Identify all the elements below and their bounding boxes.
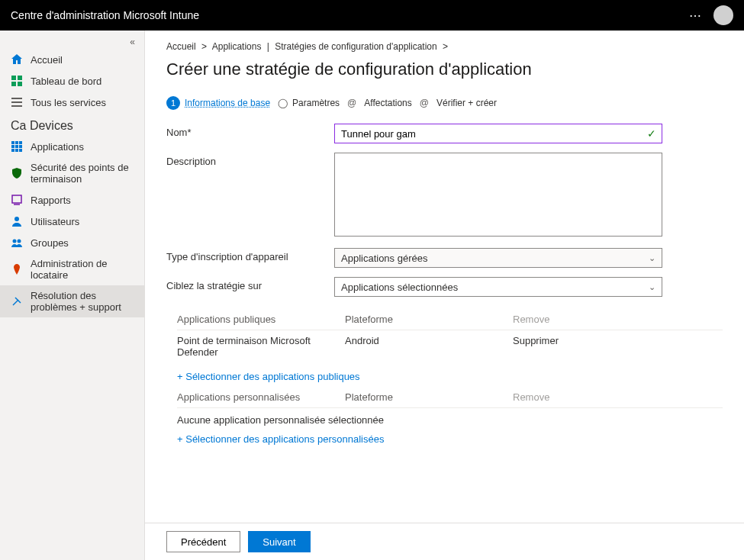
dashboard-icon	[11, 75, 23, 87]
sidebar-item-troubleshoot[interactable]: Résolution des problèmes + support	[0, 285, 144, 317]
collapse-sidebar-icon[interactable]: «	[0, 35, 144, 49]
svg-rect-13	[11, 149, 14, 152]
sidebar-item-allservices[interactable]: Tous les services	[0, 92, 144, 113]
breadcrumb-sep: >	[201, 41, 207, 52]
sidebar-item-label: Rapports	[31, 195, 71, 206]
step-circle-icon: ◯	[278, 98, 288, 108]
wizard-steps: 1 Informations de base ◯ Paramètres @ Af…	[166, 96, 723, 110]
report-icon	[11, 194, 23, 206]
breadcrumb-sep: >	[443, 41, 448, 52]
svg-rect-4	[11, 98, 22, 99]
step-assignments[interactable]: Affectations	[364, 98, 411, 108]
step-label: Informations de base	[185, 98, 270, 108]
step-settings[interactable]: ◯ Paramètres	[278, 98, 340, 108]
svg-rect-14	[15, 149, 18, 152]
chevron-down-icon: ⌄	[649, 282, 655, 292]
select-value: Applications sélectionnées	[341, 282, 458, 293]
cell-app: Point de terminaison Microsoft Defender	[177, 335, 345, 358]
col-remove: Remove	[513, 314, 635, 325]
target-policy-label: Ciblez la stratégie sur	[166, 277, 334, 291]
breadcrumb-home[interactable]: Accueil	[166, 41, 196, 52]
col-platform: Plateforme	[345, 391, 513, 403]
sidebar-item-label: Groupes	[31, 237, 69, 249]
sidebar-item-apps[interactable]: Applications	[0, 136, 144, 157]
topbar: Centre d'administration Microsoft Intune…	[0, 0, 744, 31]
svg-rect-8	[15, 141, 18, 144]
next-button[interactable]: Suivant	[248, 531, 310, 552]
svg-rect-7	[11, 141, 14, 144]
apps-icon	[11, 140, 23, 153]
step-review[interactable]: Vérifier + créer	[436, 98, 497, 108]
breadcrumb-apps[interactable]: Applications	[212, 41, 262, 52]
svg-rect-1	[18, 76, 22, 80]
sidebar-item-endpoint[interactable]: Sécurité des points de terminaison	[0, 157, 144, 189]
step-basics[interactable]: 1 Informations de base	[166, 96, 270, 110]
cell-platform: Android	[345, 335, 513, 358]
tools-icon	[11, 295, 23, 307]
add-custom-apps-link[interactable]: Sélectionner des applications personnali…	[177, 433, 723, 445]
enrollment-type-select[interactable]: Applications gérées ⌄	[334, 248, 662, 268]
avatar[interactable]	[713, 5, 733, 25]
svg-rect-2	[11, 82, 16, 86]
page-title: Créer une stratégie de configuration d'a…	[166, 60, 723, 79]
group-icon	[11, 237, 23, 249]
table-row: Point de terminaison Microsoft Defender …	[177, 330, 723, 363]
svg-point-19	[13, 240, 17, 243]
description-textarea[interactable]	[334, 153, 662, 237]
previous-button[interactable]: Précédent	[166, 531, 240, 552]
sidebar-item-label: Utilisateurs	[31, 216, 79, 227]
more-icon[interactable]: ⋯	[689, 8, 703, 23]
svg-point-18	[14, 217, 19, 221]
home-icon	[11, 53, 23, 66]
table-header: Applications personnalisées Plateforme R…	[177, 387, 723, 408]
add-public-apps-link[interactable]: Sélectionner des applications publiques	[177, 371, 723, 382]
description-label: Description	[166, 153, 334, 167]
svg-rect-5	[11, 101, 22, 103]
step-label: Paramètres	[292, 98, 340, 108]
name-label: Nom*	[166, 124, 334, 138]
sidebar-item-label: Résolution des problèmes + support	[31, 290, 134, 313]
remove-link[interactable]: Supprimer	[513, 335, 635, 358]
svg-rect-10	[11, 145, 14, 148]
main: Accueil > Applications | Stratégies de c…	[145, 31, 744, 560]
sidebar-item-users[interactable]: Utilisateurs	[0, 211, 144, 232]
sidebar-item-home[interactable]: Accueil	[0, 49, 144, 70]
sidebar-item-dashboard[interactable]: Tableau de bord	[0, 70, 144, 92]
svg-rect-12	[19, 145, 22, 148]
custom-apps-empty: Aucune application personnalisée sélecti…	[177, 414, 723, 426]
svg-rect-0	[11, 76, 16, 80]
topbar-right: ⋯	[689, 5, 733, 25]
svg-line-21	[13, 300, 18, 305]
tenant-icon	[11, 263, 23, 275]
sidebar-item-tenant[interactable]: Administration de locataire	[0, 253, 144, 285]
sidebar: « Accueil Tableau de bord Tous les servi…	[0, 31, 145, 560]
svg-rect-9	[19, 141, 22, 144]
list-icon	[11, 96, 23, 108]
step-at-icon: @	[420, 98, 429, 108]
step-badge-icon: 1	[166, 96, 180, 110]
svg-rect-11	[15, 145, 18, 148]
name-input[interactable]	[334, 124, 662, 143]
custom-apps-table: Applications personnalisées Plateforme R…	[177, 387, 723, 408]
breadcrumb-policies[interactable]: Stratégies de configuration d'applicatio…	[275, 41, 436, 52]
sidebar-item-reports[interactable]: Rapports	[0, 189, 144, 211]
sidebar-item-label: Accueil	[31, 54, 63, 66]
user-icon	[11, 215, 23, 227]
step-at-icon: @	[347, 98, 356, 108]
wizard-footer: Précédent Suivant	[145, 523, 744, 560]
svg-point-20	[18, 240, 21, 243]
breadcrumb: Accueil > Applications | Stratégies de c…	[166, 41, 723, 52]
svg-rect-3	[18, 82, 22, 86]
sidebar-item-label: Administration de locataire	[31, 258, 134, 281]
sidebar-item-label: Tous les services	[31, 97, 106, 108]
select-value: Applications gérées	[341, 253, 427, 264]
sidebar-item-label: Sécurité des points de terminaison	[31, 162, 134, 185]
target-policy-select[interactable]: Applications sélectionnées ⌄	[334, 277, 662, 297]
sidebar-item-groups[interactable]: Groupes	[0, 232, 144, 253]
enrollment-type-label: Type d'inscription d'appareil	[166, 248, 334, 262]
sidebar-item-label: Tableau de bord	[31, 76, 101, 87]
sidebar-section-devices: Ca Devices	[0, 113, 144, 136]
svg-rect-15	[19, 149, 22, 152]
breadcrumb-pipe: |	[267, 41, 269, 52]
public-apps-table: Applications publiques Plateforme Remove…	[177, 309, 723, 363]
